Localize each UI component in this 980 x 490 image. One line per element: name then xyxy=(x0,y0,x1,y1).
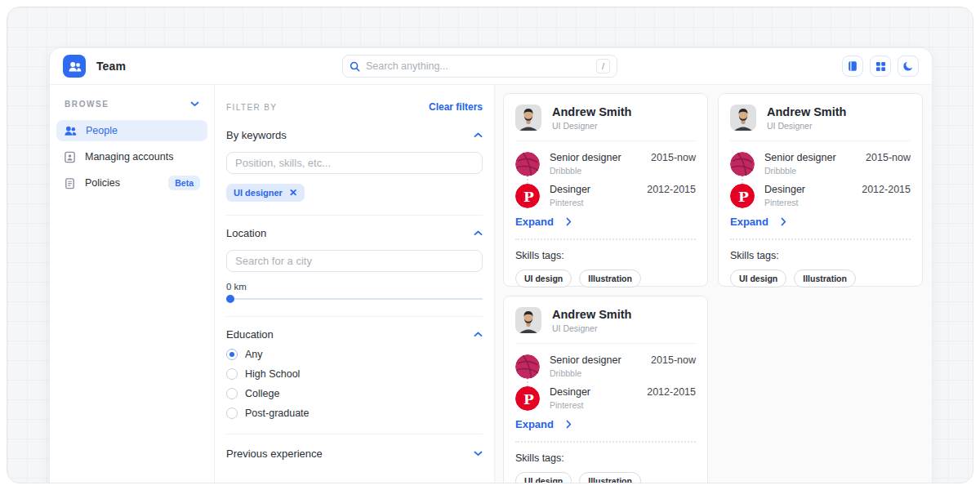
chevron-up-icon xyxy=(474,230,483,236)
pinterest-icon: P xyxy=(730,184,755,208)
chevron-right-icon xyxy=(566,217,572,226)
position-org: Pinterest xyxy=(550,198,637,207)
person-role: UI Designer xyxy=(552,121,631,131)
radio-icon[interactable] xyxy=(226,388,238,399)
radio-label: College xyxy=(245,388,279,399)
expand-label: Expand xyxy=(730,216,768,228)
expand-button[interactable]: Expand xyxy=(515,216,696,228)
notebook-icon xyxy=(847,60,858,72)
radio-icon[interactable] xyxy=(226,368,238,380)
position-title: Desinger xyxy=(764,184,852,195)
notebook-button[interactable] xyxy=(842,56,863,77)
moon-icon xyxy=(902,60,914,72)
filter-panel: FILTER BY Clear filters By keywords UI d… xyxy=(215,85,495,483)
remove-tag-icon[interactable]: ✕ xyxy=(289,187,297,198)
skill-tag: Illustration xyxy=(579,270,641,287)
avatar xyxy=(515,105,541,131)
radio-label: Any xyxy=(245,349,263,360)
person-card: Andrew Smith UI Designer xyxy=(503,93,708,287)
filter-panel-label: FILTER BY xyxy=(226,103,277,112)
sidebar-item-label: People xyxy=(86,125,118,136)
expand-button[interactable]: Expand xyxy=(730,216,911,228)
skills-label: Skills tags: xyxy=(730,250,911,261)
expand-label: Expand xyxy=(515,216,554,228)
sidebar-item-managing-accounts[interactable]: Managing accounts xyxy=(56,146,207,167)
timeline-entry: Senior designer Dribbble 2015-now xyxy=(515,152,696,176)
pinterest-icon: P xyxy=(515,184,540,208)
slider-thumb[interactable] xyxy=(226,295,234,303)
person-name: Andrew Smith xyxy=(552,308,631,321)
dribbble-icon xyxy=(515,152,540,176)
sidebar-item-people[interactable]: People xyxy=(56,120,207,141)
dashed-divider xyxy=(515,238,696,240)
person-card: Andrew Smith UI Designer xyxy=(718,93,923,287)
clipboard-icon xyxy=(64,177,76,189)
svg-text:P: P xyxy=(523,391,534,408)
radio-label: High School xyxy=(245,368,300,380)
section-divider xyxy=(226,434,483,434)
position-org: Dribbble xyxy=(764,166,856,176)
position-title: Desinger xyxy=(550,386,637,398)
location-section-toggle[interactable]: Location xyxy=(226,227,483,239)
timeline-entry: P Desinger Pinterest 2012-2015 xyxy=(515,184,696,208)
radio-icon[interactable] xyxy=(226,408,238,419)
dashed-divider xyxy=(515,441,696,443)
timeline-entry: P Desinger Pinterest 2012-2015 xyxy=(730,184,911,208)
position-title: Senior designer xyxy=(550,354,641,366)
section-divider xyxy=(226,215,483,216)
keyword-tag-label: UI designer xyxy=(234,188,283,198)
clear-filters-link[interactable]: Clear filters xyxy=(429,101,483,113)
global-search[interactable]: / xyxy=(342,55,617,78)
timeline-entry: Senior designer Dribbble 2015-now xyxy=(515,354,696,379)
expand-button[interactable]: Expand xyxy=(515,418,696,430)
dark-mode-button[interactable] xyxy=(898,56,919,77)
education-option-any[interactable]: Any xyxy=(226,349,483,360)
city-search-input[interactable] xyxy=(226,250,483,272)
experience-timeline: Senior designer Dribbble 2015-now P xyxy=(730,141,911,208)
position-period: 2015-now xyxy=(651,354,696,366)
apps-grid-button[interactable] xyxy=(870,56,891,77)
experience-section-toggle[interactable]: Previous experience xyxy=(226,448,483,460)
sidebar-item-label: Policies xyxy=(85,177,120,189)
search-input[interactable] xyxy=(366,60,596,72)
sidebar-item-policies[interactable]: Policies Beta xyxy=(56,172,207,194)
person-card: Andrew Smith UI Designer xyxy=(503,296,708,483)
dribbble-icon xyxy=(515,354,540,379)
desktop-canvas: Team / xyxy=(7,7,973,483)
people-icon xyxy=(68,60,82,74)
education-option-high-school[interactable]: High School xyxy=(226,368,483,380)
results-area: Andrew Smith UI Designer xyxy=(495,85,932,483)
slider-track[interactable] xyxy=(226,298,483,300)
section-divider xyxy=(226,316,483,317)
sidebar-section-label: BROWSE xyxy=(65,100,109,109)
keywords-section-title: By keywords xyxy=(226,129,287,141)
person-role: UI Designer xyxy=(767,121,846,131)
radio-label: Post-graduate xyxy=(245,408,310,419)
sidebar-section-header[interactable]: BROWSE xyxy=(56,100,207,120)
avatar xyxy=(515,307,541,333)
timeline-entry: Senior designer Dribbble 2015-now xyxy=(730,152,911,176)
skill-tag: Illustration xyxy=(794,270,856,287)
location-section-title: Location xyxy=(226,227,266,239)
position-period: 2015-now xyxy=(651,152,696,163)
radio-selected-icon[interactable] xyxy=(226,349,238,360)
chevron-down-icon xyxy=(474,451,483,457)
chevron-right-icon xyxy=(566,420,572,429)
grid-icon xyxy=(875,61,886,72)
chevron-right-icon xyxy=(781,217,786,226)
keyword-tag-chip[interactable]: UI designer ✕ xyxy=(226,184,305,202)
education-option-post-graduate[interactable]: Post-graduate xyxy=(226,408,483,419)
education-section-toggle[interactable]: Education xyxy=(226,328,483,341)
keywords-input[interactable] xyxy=(226,152,483,174)
skill-tag: UI design xyxy=(515,270,572,287)
chevron-up-icon xyxy=(474,332,483,337)
position-period: 2015-now xyxy=(866,152,911,163)
keywords-section-toggle[interactable]: By keywords xyxy=(226,129,483,141)
education-option-college[interactable]: College xyxy=(226,388,483,399)
avatar xyxy=(730,105,756,131)
distance-slider[interactable] xyxy=(226,295,483,303)
people-icon xyxy=(64,124,77,137)
person-name: Andrew Smith xyxy=(767,105,846,118)
app-window: Team / xyxy=(50,48,932,483)
distance-value-label: 0 km xyxy=(226,282,483,292)
